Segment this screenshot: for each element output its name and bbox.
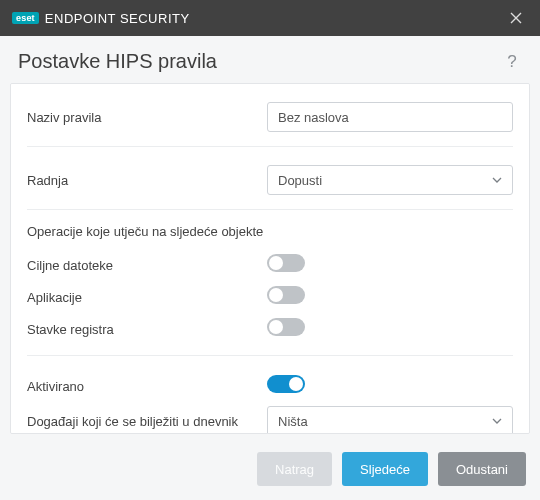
row-registry: Stavke registra [27,313,513,345]
enabled-label: Aktivirano [27,379,267,394]
target-files-label: Ciljne datoteke [27,258,267,273]
registry-toggle[interactable] [267,318,305,336]
close-button[interactable] [502,4,530,32]
row-enabled: Aktivirano [27,370,513,402]
operations-title: Operacije koje utječu na sljedeće objekt… [27,224,513,239]
help-button[interactable]: ? [502,52,522,72]
enabled-toggle[interactable] [267,375,305,393]
dialog-window: eset ENDPOINT SECURITY Postavke HIPS pra… [0,0,540,500]
main-panel: Naziv pravila Radnja Dopusti Operacije k… [10,83,530,434]
chevron-down-icon [492,416,502,426]
action-label: Radnja [27,173,267,188]
divider [27,355,513,356]
close-icon [510,12,522,24]
registry-label: Stavke registra [27,322,267,337]
row-logging: Događaji koji će se bilježiti u dnevnik … [27,402,513,434]
action-select[interactable]: Dopusti [267,165,513,195]
row-applications: Aplikacije [27,281,513,313]
back-button: Natrag [257,452,332,486]
divider [27,146,513,147]
applications-toggle[interactable] [267,286,305,304]
titlebar: eset ENDPOINT SECURITY [0,0,540,36]
page-title: Postavke HIPS pravila [18,50,217,73]
next-button[interactable]: Sljedeće [342,452,428,486]
header: Postavke HIPS pravila ? [0,36,540,83]
brand-text: ENDPOINT SECURITY [45,11,190,26]
row-rule-name: Naziv pravila [27,98,513,136]
rule-name-label: Naziv pravila [27,110,267,125]
brand-badge: eset [12,12,39,24]
logging-select[interactable]: Ništa [267,406,513,434]
row-action: Radnja Dopusti [27,161,513,199]
logging-select-value: Ništa [278,414,308,429]
logging-label: Događaji koji će se bilježiti u dnevnik [27,414,267,429]
footer: Natrag Sljedeće Odustani [0,444,540,500]
chevron-down-icon [492,175,502,185]
target-files-toggle[interactable] [267,254,305,272]
divider [27,209,513,210]
row-target-files: Ciljne datoteke [27,249,513,281]
cancel-button[interactable]: Odustani [438,452,526,486]
action-select-value: Dopusti [278,173,322,188]
rule-name-input[interactable] [267,102,513,132]
applications-label: Aplikacije [27,290,267,305]
